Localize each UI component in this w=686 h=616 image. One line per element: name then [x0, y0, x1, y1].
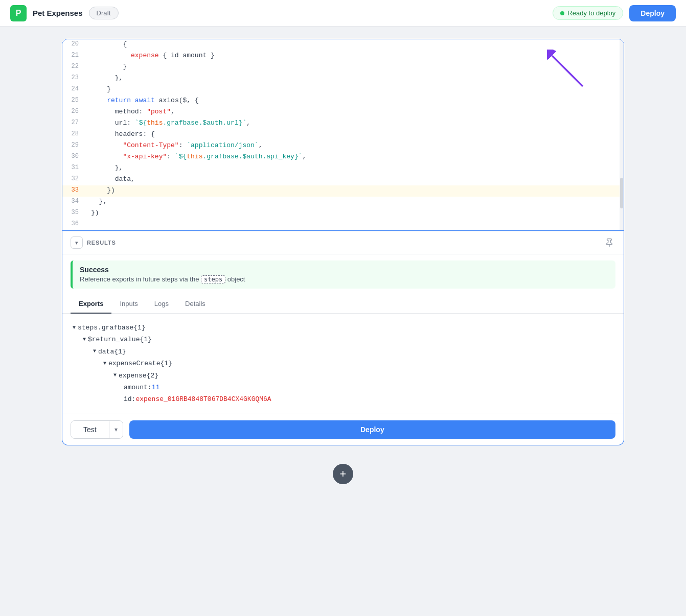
editor-panel: 20 { 21 expense { id amount } 22 } 23 }, [62, 39, 624, 231]
code-line: 27 url: `${this.grafbase.$auth.url}`, [62, 118, 624, 129]
tab-details[interactable]: Details [177, 295, 214, 314]
main-content: 20 { 21 expense { id amount } 22 } 23 }, [62, 39, 624, 445]
results-panel: ▾ RESULTS Success Reference exports in f… [62, 231, 624, 445]
code-line: 31 }, [62, 163, 624, 174]
test-button[interactable]: Test [71, 421, 109, 438]
code-line: 30 "x-api-key": `${this.grafbase.$auth.a… [62, 152, 624, 163]
tree-item: ▼ expenseCreate {1} [73, 358, 613, 369]
code-line: 25 return await axios($, { [62, 96, 624, 107]
results-tree: ▼ steps.grafbase {1} ▼ $return_value {1}… [62, 314, 624, 414]
tree-item-id: id: expense_01GRB4848T067DB4CX4GKGQM6A [73, 393, 613, 405]
results-title-row: ▾ RESULTS [71, 236, 116, 249]
tree-item: ▼ steps.grafbase {1} [73, 322, 613, 334]
results-label: RESULTS [87, 240, 116, 246]
navbar-left: P Pet Expenses Draft [10, 5, 119, 21]
code-line: 36 [62, 219, 624, 230]
code-line: 23 }, [62, 73, 624, 84]
add-step-button[interactable]: + [333, 464, 353, 484]
code-line: 20 { [62, 39, 624, 51]
code-line: 34 }, [62, 197, 624, 208]
tree-item: ▼ data {1} [73, 346, 613, 358]
app-name: Pet Expenses [33, 9, 83, 17]
app-logo: P [10, 5, 27, 21]
steps-badge: steps [201, 275, 225, 283]
tree-item: ▼ expense {2} [73, 370, 613, 382]
code-line-highlighted: 33 }) [62, 185, 624, 197]
success-title: Success [80, 266, 608, 274]
success-banner: Success Reference exports in future step… [71, 260, 615, 289]
code-line: 29 "Content-Type": `application/json`, [62, 140, 624, 152]
success-desc: Reference exports in future steps via th… [80, 275, 608, 283]
code-line: 21 expense { id amount } [62, 51, 624, 62]
tab-inputs[interactable]: Inputs [111, 295, 146, 314]
navbar-right: Ready to deploy Deploy [553, 5, 676, 21]
code-line: 28 headers: { [62, 129, 624, 140]
deploy-button-nav[interactable]: Deploy [629, 5, 676, 21]
test-dropdown-button[interactable]: ▾ [109, 421, 123, 438]
code-line: 35 }) [62, 208, 624, 219]
code-line: 32 data, [62, 174, 624, 185]
tab-logs[interactable]: Logs [146, 295, 177, 314]
draft-badge: Draft [89, 7, 119, 19]
code-line: 22 } [62, 62, 624, 73]
results-header: ▾ RESULTS [62, 231, 624, 254]
ready-dot [560, 11, 564, 15]
pin-icon[interactable] [603, 236, 615, 249]
code-line: 26 method: "post", [62, 107, 624, 118]
ready-badge: Ready to deploy [553, 6, 623, 20]
code-area: 20 { 21 expense { id amount } 22 } 23 }, [62, 39, 624, 230]
scrollbar-track[interactable] [620, 39, 624, 230]
tree-item-amount: amount: 11 [73, 382, 613, 393]
tree-item: ▼ $return_value {1} [73, 334, 613, 345]
navbar: P Pet Expenses Draft Ready to deploy Dep… [0, 0, 686, 27]
scrollbar-thumb[interactable] [620, 178, 623, 208]
deploy-button-bottom[interactable]: Deploy [129, 420, 615, 439]
test-button-wrap: Test ▾ [71, 420, 123, 439]
collapse-button[interactable]: ▾ [71, 236, 83, 249]
tab-exports[interactable]: Exports [71, 295, 111, 314]
tabs-row: Exports Inputs Logs Details [62, 295, 624, 314]
bottom-bar: Test ▾ Deploy [62, 414, 624, 445]
code-line: 24 } [62, 84, 624, 96]
